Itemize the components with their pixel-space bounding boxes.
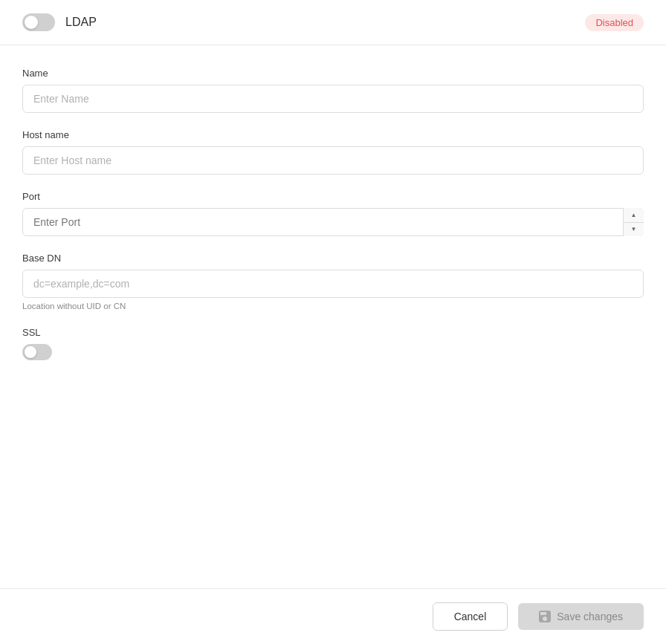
name-group: Name (22, 68, 644, 113)
name-label: Name (22, 68, 644, 79)
port-decrement-button[interactable]: ▼ (624, 223, 644, 237)
ssl-group: SSL (22, 327, 644, 360)
hostname-group: Host name (22, 129, 644, 175)
ldap-toggle[interactable] (22, 13, 55, 31)
hostname-input[interactable] (22, 146, 644, 175)
basedn-group: Base DN Location without UID or CN (22, 253, 644, 310)
footer-section: Cancel Save changes (0, 588, 666, 644)
form-section: Name Host name Port ▲ ▼ Base DN Location… (0, 45, 666, 588)
save-label: Save changes (557, 611, 623, 622)
basedn-input[interactable] (22, 270, 644, 298)
save-icon (539, 611, 551, 622)
ldap-title: LDAP (65, 16, 97, 29)
page-container: LDAP Disabled Name Host name Port ▲ ▼ (0, 0, 666, 644)
ssl-toggle-track (22, 344, 52, 360)
basedn-helper: Location without UID or CN (22, 302, 644, 310)
toggle-track (22, 13, 55, 31)
header-left: LDAP (22, 13, 97, 31)
status-badge: Disabled (585, 14, 644, 31)
cancel-button[interactable]: Cancel (433, 602, 508, 631)
save-button[interactable]: Save changes (518, 603, 644, 630)
basedn-label: Base DN (22, 253, 644, 264)
port-input[interactable] (22, 208, 644, 236)
ssl-label: SSL (22, 327, 644, 338)
port-spinner: ▲ ▼ (623, 208, 644, 236)
header-section: LDAP Disabled (0, 0, 666, 45)
ssl-toggle[interactable] (22, 344, 52, 360)
port-input-wrapper: ▲ ▼ (22, 208, 644, 236)
name-input[interactable] (22, 85, 644, 113)
toggle-thumb (25, 16, 38, 29)
port-group: Port ▲ ▼ (22, 191, 644, 236)
hostname-label: Host name (22, 129, 644, 140)
port-increment-button[interactable]: ▲ (624, 208, 644, 223)
port-label: Port (22, 191, 644, 202)
ssl-toggle-thumb (25, 346, 36, 358)
